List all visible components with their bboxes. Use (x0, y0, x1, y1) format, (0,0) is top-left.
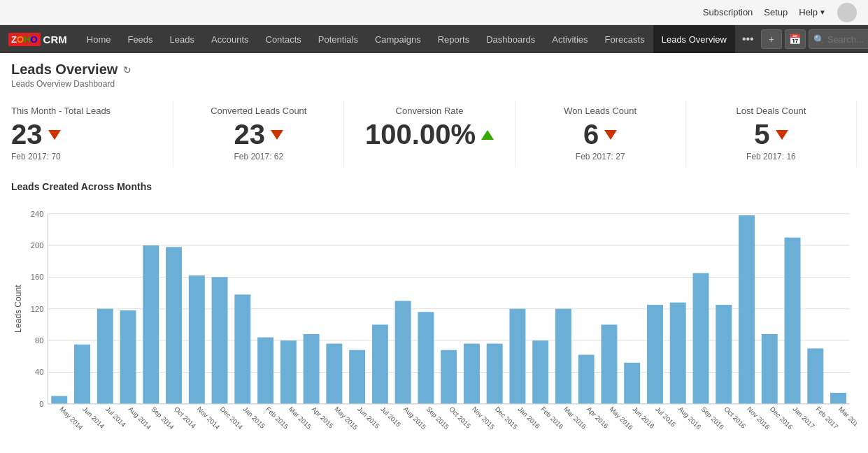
svg-text:Jul 2015: Jul 2015 (379, 405, 402, 428)
svg-text:Nov 2015: Nov 2015 (471, 405, 497, 431)
kpi-label: Won Leads Count (524, 106, 677, 116)
bar (624, 363, 640, 404)
svg-text:May 2015: May 2015 (333, 405, 359, 431)
bar (509, 309, 525, 404)
nav-item-feeds[interactable]: Feeds (119, 25, 161, 53)
svg-text:Aug 2015: Aug 2015 (402, 405, 428, 431)
kpi-value: 23 (182, 119, 335, 150)
kpi-number: 23 (234, 119, 266, 150)
kpi-row: This Month - Total Leads 23 Feb 2017: 70… (11, 100, 857, 167)
refresh-button[interactable]: ↻ (123, 64, 131, 76)
svg-text:Oct 2015: Oct 2015 (448, 405, 472, 429)
bar (51, 396, 67, 403)
svg-text:Sep 2015: Sep 2015 (425, 405, 450, 431)
nav-item-dashboards[interactable]: Dashboards (478, 25, 543, 53)
svg-text:Jun 2015: Jun 2015 (356, 405, 381, 430)
bar (487, 344, 503, 404)
bar (532, 340, 548, 404)
svg-text:Jul 2014: Jul 2014 (104, 405, 128, 429)
page-header: Leads Overview ↻ (11, 62, 857, 78)
svg-text:Jan 2016: Jan 2016 (517, 405, 542, 430)
bar (257, 338, 273, 404)
svg-text:160: 160 (31, 273, 43, 281)
nav-item-contacts[interactable]: Contacts (257, 25, 310, 53)
trend-down-arrow (48, 130, 61, 140)
chart-title: Leads Created Across Months (11, 181, 857, 192)
svg-text:Oct 2016: Oct 2016 (723, 405, 747, 429)
crm-label: CRM (43, 34, 67, 45)
svg-text:Jun 2016: Jun 2016 (631, 405, 656, 430)
bar (785, 238, 801, 404)
svg-text:Nov 2014: Nov 2014 (196, 405, 222, 431)
kpi-number: 23 (11, 119, 43, 150)
svg-text:0: 0 (39, 400, 43, 408)
kpi-item-2: Conversion Rate 100.00% (344, 100, 515, 167)
top-bar: Subscription Setup Help ▼ (0, 0, 868, 25)
bar (395, 301, 411, 403)
svg-text:Jan 2017: Jan 2017 (792, 405, 817, 430)
kpi-label: Conversion Rate (353, 106, 506, 116)
top-bar-right: Subscription Setup Help ▼ (703, 3, 857, 22)
bar (212, 277, 228, 403)
calendar-button[interactable]: 📅 (785, 29, 806, 49)
kpi-prev: Feb 2017: 62 (182, 152, 335, 161)
svg-text:Jan 2015: Jan 2015 (241, 405, 266, 430)
nav-item-home[interactable]: Home (78, 25, 120, 53)
bar (601, 324, 617, 403)
svg-text:Oct 2014: Oct 2014 (173, 405, 198, 430)
page-title: Leads Overview (11, 62, 118, 78)
svg-text:Feb 2017: Feb 2017 (814, 405, 839, 430)
nav-item-campaigns[interactable]: Campaigns (367, 25, 429, 53)
svg-text:May 2014: May 2014 (58, 405, 85, 431)
kpi-value: 23 (11, 119, 164, 150)
nav-item-leads-overview[interactable]: Leads Overview (653, 25, 735, 53)
kpi-label: Lost Deals Count (695, 106, 848, 116)
chart-section: Leads Created Across Months 040801201602… (11, 181, 857, 453)
nav-right: + 📅 🔍 (761, 29, 868, 49)
bar (693, 273, 709, 404)
bar (326, 344, 342, 404)
chart-container: 04080120160200240Leads CountMay 2014Jun … (11, 201, 857, 453)
bar (418, 312, 434, 403)
subscription-link[interactable]: Subscription (703, 7, 753, 17)
nav-item-potentials[interactable]: Potentials (310, 25, 367, 53)
nav-item-forecasts[interactable]: Forecasts (597, 25, 653, 53)
svg-text:Dec 2014: Dec 2014 (219, 405, 245, 431)
nav-more-button[interactable]: ••• (735, 33, 761, 45)
svg-text:Mar 2017: Mar 2017 (837, 405, 857, 430)
bar (441, 350, 457, 404)
nav-item-leads[interactable]: Leads (162, 25, 203, 53)
svg-text:Feb 2015: Feb 2015 (264, 405, 290, 430)
trend-up-arrow (481, 130, 494, 140)
search-input[interactable] (827, 34, 868, 45)
help-button[interactable]: Help ▼ (799, 7, 826, 17)
svg-text:Jun 2014: Jun 2014 (81, 405, 106, 430)
svg-text:Sep 2014: Sep 2014 (150, 405, 176, 431)
bar (143, 245, 159, 404)
nav-item-reports[interactable]: Reports (429, 25, 478, 53)
svg-text:120: 120 (31, 305, 43, 313)
bar (280, 340, 297, 404)
nav-item-activities[interactable]: Activities (543, 25, 596, 53)
page-subtitle: Leads Overview Dashboard (11, 79, 857, 89)
bar (189, 275, 205, 404)
nav-bar: ZOHO CRM Home Feeds Leads Accounts Conta… (0, 25, 868, 53)
nav-logo: ZOHO CRM (3, 33, 73, 46)
kpi-item-3: Won Leads Count 6 Feb 2017: 27 (515, 100, 686, 167)
search-box[interactable]: 🔍 (809, 29, 868, 49)
bar (830, 393, 846, 404)
page-content: Leads Overview ↻ Leads Overview Dashboar… (0, 53, 868, 453)
kpi-value: 100.00% (353, 119, 506, 150)
kpi-value: 5 (695, 119, 848, 150)
nav-item-accounts[interactable]: Accounts (203, 25, 257, 53)
svg-text:Nov 2016: Nov 2016 (746, 405, 771, 431)
avatar[interactable] (837, 3, 857, 22)
svg-text:Jul 2016: Jul 2016 (654, 405, 677, 428)
svg-text:Mar 2016: Mar 2016 (562, 405, 588, 430)
add-button[interactable]: + (761, 29, 782, 49)
svg-text:Apr 2015: Apr 2015 (311, 405, 335, 429)
setup-link[interactable]: Setup (764, 7, 788, 17)
trend-down-arrow (271, 130, 283, 140)
svg-text:Leads Count: Leads Count (13, 285, 23, 333)
svg-text:200: 200 (31, 241, 43, 250)
